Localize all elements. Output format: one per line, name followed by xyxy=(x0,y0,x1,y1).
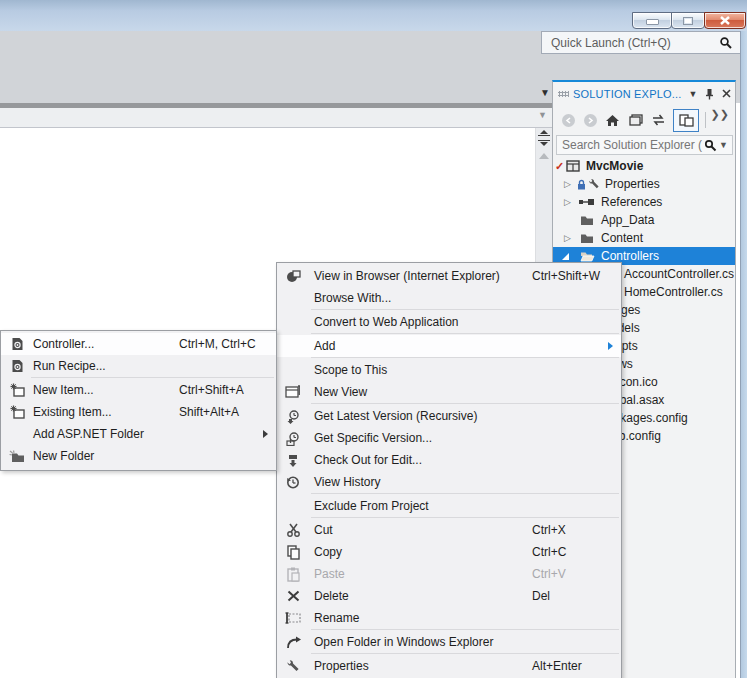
close-icon xyxy=(720,16,730,25)
submenu-arrow-icon xyxy=(608,342,613,350)
search-icon xyxy=(704,139,717,152)
forward-button[interactable] xyxy=(584,114,597,127)
window-position-chevron-icon[interactable]: ▼ xyxy=(689,89,698,99)
run-recipe-icon xyxy=(8,358,26,374)
browser-icon xyxy=(284,268,302,284)
tree-item-app-data[interactable]: App_Data xyxy=(553,211,735,229)
menu-item-delete[interactable]: Delete Del xyxy=(277,585,621,607)
restore-icon xyxy=(683,17,693,25)
menu-item-view-history[interactable]: View History xyxy=(277,471,621,493)
pin-icon[interactable] xyxy=(704,88,715,100)
existing-item-icon xyxy=(8,404,26,420)
collapse-all-icon[interactable] xyxy=(628,114,643,127)
menu-item-add[interactable]: Add xyxy=(277,335,621,357)
minimize-icon xyxy=(646,19,659,25)
sync-with-active-document-button[interactable] xyxy=(673,109,699,132)
expander-expanded-icon[interactable] xyxy=(562,253,569,260)
menu-item-get-latest-version[interactable]: Get Latest Version (Recursive) xyxy=(277,405,621,427)
submenu-item-run-recipe[interactable]: Run Recipe... xyxy=(1,355,276,377)
project-icon xyxy=(566,160,580,172)
scroll-up-arrow-icon[interactable] xyxy=(539,153,549,159)
search-options-chevron-icon[interactable]: ▼ xyxy=(719,140,728,150)
context-menu: View in Browser (Internet Explorer) Ctrl… xyxy=(276,262,622,678)
tab-list-chevron-icon[interactable]: ▼ xyxy=(538,111,547,120)
check-out-icon xyxy=(284,452,302,468)
menu-item-browse-with[interactable]: Browse With... xyxy=(277,287,621,309)
rename-icon xyxy=(284,610,302,626)
toolbar-overflow-icon[interactable]: ▼ xyxy=(540,88,550,98)
tree-item-content[interactable]: ▷ Content xyxy=(553,229,735,247)
solution-search-placeholder: Search Solution Explorer ( xyxy=(557,138,704,152)
home-icon[interactable] xyxy=(605,114,620,127)
menu-item-exclude-from-project[interactable]: Exclude From Project xyxy=(277,495,621,517)
get-latest-icon xyxy=(284,408,302,424)
panel-toolbar-overflow-icon[interactable]: ❯❯ xyxy=(711,108,729,121)
menu-item-check-out-for-edit[interactable]: Check Out for Edit... xyxy=(277,449,621,471)
references-icon xyxy=(579,198,594,206)
quick-launch-input[interactable]: Quick Launch (Ctrl+Q) xyxy=(541,31,740,54)
delete-icon xyxy=(284,588,302,604)
menu-item-copy[interactable]: Copy Ctrl+C xyxy=(277,541,621,563)
wrench-icon xyxy=(284,658,302,674)
menu-item-view-in-browser[interactable]: View in Browser (Internet Explorer) Ctrl… xyxy=(277,265,621,287)
document-tab-well xyxy=(0,108,553,128)
menu-item-rename[interactable]: Rename xyxy=(277,607,621,629)
tree-item-properties[interactable]: ▷ Properties xyxy=(553,175,735,193)
minimize-button[interactable] xyxy=(632,12,672,29)
new-view-icon xyxy=(284,384,302,400)
new-item-icon xyxy=(8,382,26,398)
menu-item-convert-to-web-application[interactable]: Convert to Web Application xyxy=(277,311,621,333)
menu-item-properties[interactable]: Properties Alt+Enter xyxy=(277,655,621,677)
source-control-check-icon: ✓ xyxy=(555,160,564,173)
visual-studio-window: Quick Launch (Ctrl+Q) ▼ ▼ SOLUTION EXPLO… xyxy=(0,0,747,678)
solution-explorer-toolbar: ❯❯ xyxy=(553,106,735,134)
get-specific-icon xyxy=(284,430,302,446)
panel-close-icon[interactable] xyxy=(722,89,731,98)
cut-icon xyxy=(284,522,302,538)
expander-collapsed-icon[interactable]: ▷ xyxy=(564,180,571,189)
search-icon xyxy=(719,36,733,50)
menu-item-open-folder-in-windows-explorer[interactable]: Open Folder in Windows Explorer xyxy=(277,631,621,653)
submenu-item-controller[interactable]: Controller... Ctrl+M, Ctrl+C xyxy=(1,333,276,355)
menu-item-cut[interactable]: Cut Ctrl+X xyxy=(277,519,621,541)
submenu-item-add-aspnet-folder[interactable]: Add ASP.NET Folder xyxy=(1,423,276,445)
open-in-explorer-icon xyxy=(284,634,302,650)
quick-launch-placeholder: Quick Launch (Ctrl+Q) xyxy=(542,36,719,50)
splitter-handle-icon[interactable] xyxy=(538,130,550,146)
new-folder-icon xyxy=(8,448,26,464)
menu-item-scope-to-this[interactable]: Scope to This xyxy=(277,359,621,381)
expander-collapsed-icon[interactable]: ▷ xyxy=(564,198,571,207)
folder-icon xyxy=(580,233,594,244)
submenu-arrow-icon xyxy=(263,430,268,438)
expander-collapsed-icon[interactable]: ▷ xyxy=(564,234,571,243)
window-right-border xyxy=(740,31,747,678)
panel-title: SOLUTION EXPLO... xyxy=(573,88,682,100)
refresh-icon[interactable] xyxy=(651,114,666,126)
submenu-item-new-folder[interactable]: New Folder xyxy=(1,445,276,467)
submenu-item-existing-item[interactable]: Existing Item... Shift+Alt+A xyxy=(1,401,276,423)
submenu-item-new-item[interactable]: New Item... Ctrl+Shift+A xyxy=(1,379,276,401)
back-button[interactable] xyxy=(562,114,575,127)
sync-icon xyxy=(679,114,694,127)
restore-button[interactable] xyxy=(671,12,705,29)
wrench-icon xyxy=(588,178,600,190)
tree-item-references[interactable]: ▷ References xyxy=(553,193,735,211)
drag-grip-icon xyxy=(558,91,569,97)
lock-icon xyxy=(577,179,586,190)
menu-item-paste: Paste Ctrl+V xyxy=(277,563,621,585)
add-submenu: Controller... Ctrl+M, Ctrl+C Run Recipe.… xyxy=(0,330,277,471)
copy-icon xyxy=(284,544,302,560)
paste-icon xyxy=(284,566,302,582)
open-folder-icon xyxy=(580,251,595,262)
close-button[interactable] xyxy=(704,12,746,29)
menu-item-new-view[interactable]: New View xyxy=(277,381,621,403)
solution-search-input[interactable]: Search Solution Explorer ( ▼ xyxy=(556,135,733,155)
tree-item-mvcmovie[interactable]: ✓ MvcMovie xyxy=(553,157,735,175)
toolbar-divider xyxy=(705,112,706,128)
history-icon xyxy=(284,474,302,490)
solution-explorer-header[interactable]: SOLUTION EXPLO... ▼ xyxy=(553,82,735,105)
menu-item-get-specific-version[interactable]: Get Specific Version... xyxy=(277,427,621,449)
folder-icon xyxy=(580,215,594,226)
controller-scaffold-icon xyxy=(8,336,26,352)
